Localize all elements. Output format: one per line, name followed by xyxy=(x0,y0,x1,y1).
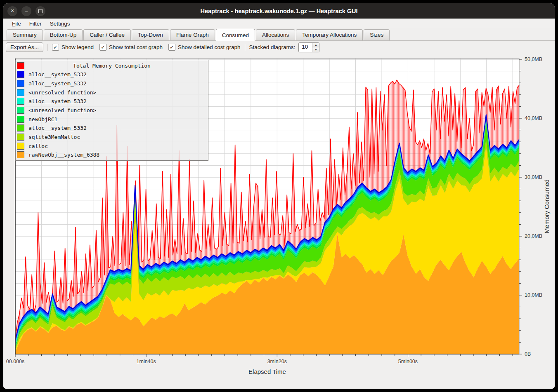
stacked-diagrams-label: Stacked diagrams: xyxy=(249,44,296,50)
legend-label: alloc__system_5332 xyxy=(28,80,87,87)
y-tick-label: 20,0MB xyxy=(525,233,542,239)
legend-label: sqlite3MemMalloc xyxy=(28,134,80,140)
toolbar: Export As... ✓Show legend✓Show total cos… xyxy=(3,41,555,54)
y-tick-label: 40,0MB xyxy=(525,115,542,121)
legend-swatch-icon xyxy=(17,107,24,114)
tab-top-down[interactable]: Top-Down xyxy=(132,29,169,40)
legend-label: alloc__system_5332 xyxy=(28,71,87,77)
y-axis-title: Memory Consumed xyxy=(543,179,550,233)
tab-summary[interactable]: Summary xyxy=(7,29,43,40)
legend-swatch-icon xyxy=(17,89,24,96)
y-tick-label: 50,0MB xyxy=(525,56,542,62)
y-tick-label: 30,0MB xyxy=(525,174,542,180)
checkbox-show-legend[interactable]: ✓Show legend xyxy=(52,44,94,51)
export-as-button[interactable]: Export As... xyxy=(6,42,43,52)
legend-label: rawNewObj__system_6388 xyxy=(28,152,99,158)
tab-consumed[interactable]: Consumed xyxy=(216,29,255,41)
minimize-icon[interactable]: – xyxy=(21,6,31,16)
title-bar[interactable]: ✕ – Heaptrack - heaptrack.wakunode.1.gz … xyxy=(3,3,555,19)
legend-label: <unresolved function> xyxy=(28,107,96,113)
legend-label: Total Memory Consumption xyxy=(16,63,208,69)
x-tick-label: 5min00s xyxy=(398,359,418,364)
menu-item-filter[interactable]: Filter xyxy=(26,20,45,28)
y-tick-label: 0B xyxy=(525,351,531,357)
legend-swatch-icon xyxy=(17,80,24,87)
legend-swatch-icon xyxy=(17,71,24,78)
x-tick-label: 3min20s xyxy=(267,359,287,364)
legend-item: newObjRC1 xyxy=(16,115,208,124)
checkbox-check-icon[interactable]: ✓ xyxy=(52,44,59,51)
chart-legend: Total Memory Consumptionalloc__system_53… xyxy=(15,60,208,161)
legend-item: calloc xyxy=(16,142,208,150)
tab-temporary-allocations[interactable]: Temporary Allocations xyxy=(296,29,363,40)
y-tick-label: 10,0MB xyxy=(525,292,542,298)
legend-title-row: Total Memory Consumption xyxy=(16,61,208,70)
x-axis-title: Elapsed Time xyxy=(248,368,286,375)
stacked-diagrams-spinner[interactable]: 10 ▲ ▼ xyxy=(298,42,319,52)
legend-swatch-icon xyxy=(17,98,24,105)
checkbox-label: Show total cost graph xyxy=(109,44,163,50)
heaptrack-window: ✕ – Heaptrack - heaptrack.wakunode.1.gz … xyxy=(3,3,555,389)
legend-item: sqlite3MemMalloc xyxy=(16,133,208,141)
legend-item: rawNewObj__system_6388 xyxy=(16,150,208,159)
legend-label: <unresolved function> xyxy=(28,89,96,96)
tab-bottom-up[interactable]: Bottom-Up xyxy=(44,29,83,40)
legend-item: <unresolved function> xyxy=(16,106,208,115)
legend-swatch-icon xyxy=(17,116,24,123)
toolbar-separator xyxy=(245,44,245,51)
menu-bar: FileFilterSettings xyxy=(3,19,555,28)
legend-item: alloc__system_5332 xyxy=(16,97,208,106)
stacked-diagrams-value: 10 xyxy=(299,43,312,52)
checkbox-check-icon[interactable]: ✓ xyxy=(99,44,106,51)
close-icon[interactable]: ✕ xyxy=(7,6,17,16)
checkbox-check-icon[interactable]: ✓ xyxy=(168,44,175,51)
menu-item-settings[interactable]: Settings xyxy=(46,20,74,28)
legend-swatch-icon xyxy=(17,134,24,141)
legend-item: alloc__system_5332 xyxy=(16,79,208,88)
legend-label: alloc__system_5332 xyxy=(28,98,87,104)
checkbox-show-detailed-cost-graph[interactable]: ✓Show detailed cost graph xyxy=(168,44,241,51)
tab-allocations[interactable]: Allocations xyxy=(256,29,295,40)
tab-caller-callee[interactable]: Caller / Callee xyxy=(83,29,131,40)
x-tick-label: 1min40s xyxy=(137,359,156,364)
checkbox-label: Show legend xyxy=(61,44,94,50)
legend-swatch-icon xyxy=(17,143,24,150)
legend-label: alloc__system_5332 xyxy=(28,125,87,131)
memory-consumption-chart: 00.000s1min40s3min20s5min00s0B10,0MB20,0… xyxy=(3,54,555,389)
legend-swatch-icon xyxy=(17,124,24,131)
tab-sizes[interactable]: Sizes xyxy=(364,29,390,40)
tab-flame-graph[interactable]: Flame Graph xyxy=(170,29,215,40)
legend-swatch-icon xyxy=(17,151,24,158)
checkbox-label: Show detailed cost graph xyxy=(178,44,241,50)
window-buttons: ✕ – xyxy=(7,6,45,16)
spinner-down-icon[interactable]: ▼ xyxy=(312,47,319,52)
window-title: Heaptrack - heaptrack.wakunode.1.gz — He… xyxy=(3,8,555,14)
tab-bar: SummaryBottom-UpCaller / CalleeTop-DownF… xyxy=(3,28,555,41)
legend-label: newObjRC1 xyxy=(28,116,57,122)
menu-item-file[interactable]: File xyxy=(8,20,25,28)
spinner-up-icon[interactable]: ▲ xyxy=(312,43,319,48)
legend-item: <unresolved function> xyxy=(16,88,208,97)
legend-label: calloc xyxy=(28,143,48,149)
legend-item: alloc__system_5332 xyxy=(16,70,208,79)
checkbox-show-total-cost-graph[interactable]: ✓Show total cost graph xyxy=(99,44,163,51)
x-tick-label: 00.000s xyxy=(6,359,24,364)
legend-item: alloc__system_5332 xyxy=(16,124,208,132)
maximize-icon[interactable] xyxy=(35,6,45,16)
toolbar-separator xyxy=(47,44,48,51)
